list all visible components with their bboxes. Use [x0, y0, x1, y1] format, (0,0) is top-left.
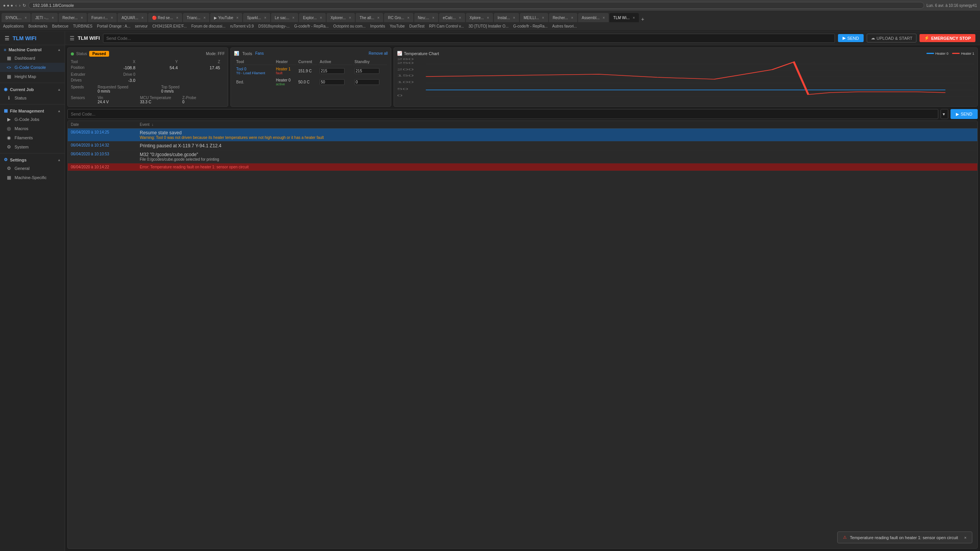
legend-heater1-dot: [952, 53, 960, 54]
extruder-row: Extruder Drive 0: [71, 72, 225, 77]
top-send-button[interactable]: ▶ SEND: [838, 34, 864, 42]
sidebar-section-header-machine[interactable]: ≡ Machine Control ▲: [0, 45, 65, 54]
sidebar-item-system[interactable]: ⚙ System: [0, 142, 65, 152]
tool-0-standby[interactable]: 215 200: [353, 66, 387, 76]
bookmark-rutorrent[interactable]: ruTorrent v3.9: [230, 24, 254, 28]
menu-icon[interactable]: ☰: [70, 35, 75, 41]
emergency-stop-button[interactable]: ⚡ EMERGENCY STOP: [920, 34, 975, 42]
console-send-button[interactable]: ▶ SEND: [951, 109, 978, 119]
bookmark-serveur[interactable]: serveur: [135, 24, 148, 28]
event-sort-icon[interactable]: ↓: [152, 122, 154, 127]
bookmark-youtube[interactable]: YouTube: [390, 24, 405, 28]
new-tab-button[interactable]: +: [641, 16, 644, 22]
tools-panel: 📊 Tools Fans Remove all Tool Heater Curr…: [230, 47, 391, 107]
bookmark-imports[interactable]: Importés: [370, 24, 385, 28]
browser-nav-forward[interactable]: ›: [19, 3, 21, 8]
browser-tab-recher2[interactable]: Recher...×: [549, 13, 577, 22]
console-send-code-input[interactable]: [67, 109, 938, 119]
browser-tab-xplorer[interactable]: Xplorer...×: [327, 13, 355, 22]
y-value: 54.4: [140, 65, 183, 70]
browser-nav-back[interactable]: ‹: [15, 3, 17, 8]
browser-tab-all[interactable]: The all...×: [356, 13, 383, 22]
bed-standby[interactable]: 0 50: [353, 77, 387, 87]
top-send-code-input[interactable]: [103, 34, 835, 43]
tools-fans-link[interactable]: Fans: [255, 51, 264, 55]
sidebar-item-status[interactable]: ℹ Status: [0, 93, 65, 103]
tool-0-standby-select[interactable]: 215 200: [354, 68, 379, 74]
bookmark-bookmarks[interactable]: Bookmarks: [28, 24, 47, 28]
tool-0-active[interactable]: 215 200 220: [318, 66, 352, 76]
browser-tab-rc[interactable]: RC Gro...×: [384, 13, 413, 22]
sidebar-item-height-map[interactable]: ▦ Height Map: [0, 72, 65, 81]
position-values-row: Position -108.8 54.4 17.45: [71, 65, 225, 70]
upload-start-button[interactable]: ☁ UPLOAD & START: [867, 34, 917, 42]
bed-standby-select[interactable]: 0 50: [354, 79, 379, 85]
bookmark-apps[interactable]: Applications: [3, 24, 24, 28]
browser-tab-jeti[interactable]: JETI -...×: [31, 13, 58, 22]
bookmark-forum[interactable]: Forum de discussi...: [191, 24, 225, 28]
bookmark-rpicam[interactable]: RPI Cam Control v...: [429, 24, 464, 28]
sidebar-section-header-file[interactable]: ▦ File Management ▲: [0, 106, 65, 115]
sidebar-section-header-settings[interactable]: ⚙ Settings ▲: [0, 155, 65, 164]
drives-label: Drives: [71, 78, 98, 83]
bookmark-duet[interactable]: DuetTest: [409, 24, 424, 28]
content-area: Status Paused Mode: FFF Tool X Y Z Posit…: [65, 45, 980, 551]
bookmark-portail[interactable]: Portail Orange : A...: [97, 24, 130, 28]
bed-active-select[interactable]: 50 60: [320, 79, 345, 85]
sidebar-section-title-file: ▦ File Management: [4, 108, 44, 113]
browser-tab-install[interactable]: Instal...×: [494, 13, 519, 22]
event-3-text: M32 "0:/gcodes/cube.gcode": [140, 152, 974, 157]
bookmark-autres[interactable]: Autres favori...: [552, 24, 577, 28]
bookmark-tuto[interactable]: 3D [TUTO] Installer O...: [469, 24, 509, 28]
send-code-row: ▼ ▶ SEND: [67, 109, 978, 119]
browser-tab-tlm[interactable]: TLM Wi...×: [609, 13, 639, 22]
sidebar-item-macros[interactable]: ◎ Macros: [0, 124, 65, 133]
send-icon: ▶: [843, 36, 846, 41]
browser-tab-ecalc[interactable]: eCalc...×: [439, 13, 465, 22]
sidebar-section-header-job[interactable]: ◉ Current Job ▲: [0, 85, 65, 93]
bookmark-turbines[interactable]: TURBINES: [73, 24, 93, 28]
console-send-dropdown[interactable]: ▼: [941, 109, 948, 119]
browser-tab-youtube[interactable]: ▶ YouTube×: [210, 13, 242, 22]
sidebar-item-general[interactable]: ⚙ General: [0, 164, 65, 173]
bookmark-octo[interactable]: Octoprint ou com...: [333, 24, 366, 28]
sidebar-item-gcode-console[interactable]: <> G-Code Console: [0, 63, 65, 72]
bookmark-ds918[interactable]: DS918synology-...: [258, 24, 290, 28]
settings-icon: ⚙: [4, 157, 8, 162]
browser-tab-red[interactable]: 🔴 Red se...×: [148, 13, 182, 22]
chart-panel: 📈 Temperature Chart Heater 0 Heater 1: [394, 47, 978, 107]
sidebar-item-filaments[interactable]: ◉ Filaments: [0, 133, 65, 142]
tool-0-active-select[interactable]: 215 200 220: [320, 68, 345, 74]
bookmark-ch341[interactable]: CH341SER.EXE'F...: [152, 24, 187, 28]
browser-tab-spark[interactable]: Sparkl...×: [243, 13, 270, 22]
browser-tab-trianc[interactable]: Trianc...×: [183, 13, 210, 22]
sidebar-header: ☰ TLM WIFI: [0, 31, 65, 45]
browser-tab-assembl[interactable]: Assembl...×: [578, 13, 609, 22]
browser-tab-synol[interactable]: SYNOL...×: [2, 13, 31, 22]
hamburger-icon[interactable]: ☰: [5, 35, 10, 41]
z-value: 17.45: [182, 65, 225, 70]
browser-tab-sac[interactable]: Le sac...×: [271, 13, 299, 22]
bookmark-barbecue[interactable]: Barbecue: [52, 24, 69, 28]
address-bar[interactable]: 192.168.1.18/Console: [28, 2, 924, 9]
browser-tab-aquar[interactable]: AQUAR...×: [118, 13, 147, 22]
sidebar-item-machine-specific[interactable]: ▦ Machine-Specific: [0, 173, 65, 182]
sidebar-item-gcode-jobs[interactable]: ▶ G-Code Jobs: [0, 115, 65, 124]
bed-active[interactable]: 50 60: [318, 77, 352, 87]
tool-row-bed: Bed. Heater 0 active 50.0 C 50: [235, 77, 387, 87]
bed-name[interactable]: Bed.: [235, 77, 274, 87]
tools-remove-all[interactable]: Remove all: [369, 51, 388, 55]
bookmark-gcode2[interactable]: G-code/fr - RepRa...: [513, 24, 548, 28]
browser-refresh[interactable]: ↻: [23, 3, 26, 8]
tool-0-sub[interactable]: T0 - Load Filament: [236, 71, 272, 75]
sidebar-item-dashboard[interactable]: ▦ Dashboard: [0, 54, 65, 63]
browser-tab-forum[interactable]: Forum r...×: [88, 13, 117, 22]
browser-tab-explor[interactable]: Explor...×: [299, 13, 326, 22]
bookmark-gcode[interactable]: G-code/fr - RepRa...: [294, 24, 329, 28]
browser-tab-xplore2[interactable]: Xplore...×: [466, 13, 493, 22]
browser-tab-recher[interactable]: Recher...×: [59, 13, 87, 22]
col-active: Active: [318, 59, 352, 65]
notification-close[interactable]: ×: [964, 535, 967, 540]
browser-tab-neu[interactable]: Neu:...×: [414, 13, 438, 22]
browser-tab-meilli[interactable]: MEILLI...×: [520, 13, 548, 22]
